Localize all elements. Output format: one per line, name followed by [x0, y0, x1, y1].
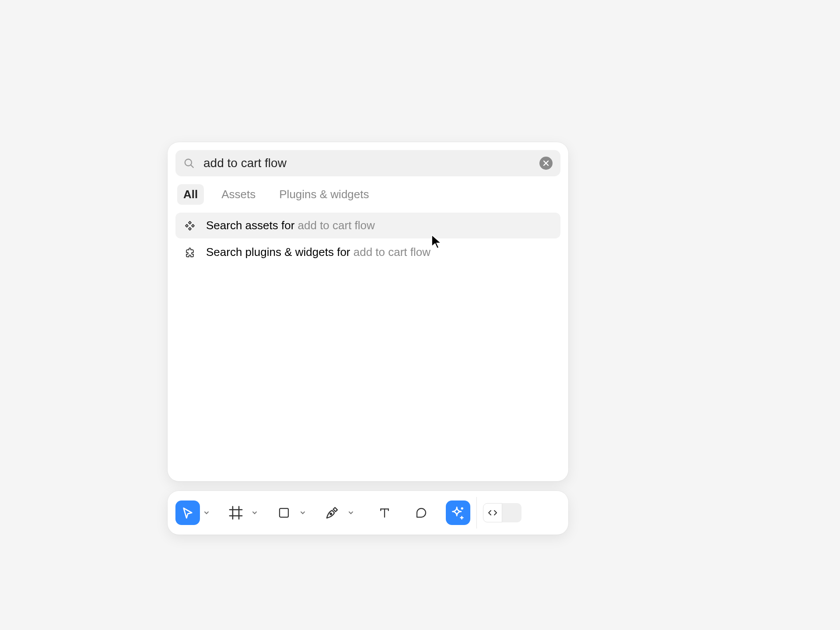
tool-shape-group [272, 500, 308, 525]
square-icon [277, 506, 290, 519]
comment-icon [415, 506, 428, 519]
actions-panel: All Assets Plugins & widgets Search asse… [168, 142, 568, 481]
result-search-assets[interactable]: Search assets for add to cart flow [175, 213, 560, 238]
filter-tabs: All Assets Plugins & widgets [175, 184, 560, 205]
tool-pen-group [320, 500, 356, 525]
dev-mode-switch[interactable] [502, 503, 522, 522]
pen-tool[interactable] [320, 500, 344, 525]
svg-point-14 [462, 508, 463, 509]
tool-move-group [175, 500, 211, 525]
move-tool-caret[interactable] [202, 500, 211, 525]
chevron-down-icon [204, 510, 209, 515]
svg-rect-8 [280, 508, 288, 517]
code-icon [487, 508, 498, 518]
actions-tool[interactable] [446, 500, 470, 525]
svg-line-1 [191, 165, 193, 167]
dev-mode-toggle[interactable] [483, 503, 522, 522]
result-query: add to cart flow [298, 219, 375, 232]
tab-assets[interactable]: Assets [215, 184, 262, 205]
dev-mode-button[interactable] [483, 503, 502, 522]
search-row [175, 150, 560, 176]
result-query: add to cart flow [354, 245, 430, 259]
toolbar [168, 491, 568, 535]
frame-icon [228, 505, 243, 520]
pen-tool-caret[interactable] [346, 500, 356, 525]
frame-tool-caret[interactable] [250, 500, 259, 525]
text-icon [378, 506, 391, 519]
result-prefix: Search plugins & widgets for [206, 245, 354, 259]
shape-tool[interactable] [272, 500, 296, 525]
svg-point-9 [330, 513, 332, 514]
chevron-down-icon [348, 510, 354, 515]
close-icon [543, 160, 549, 166]
chevron-down-icon [252, 510, 257, 515]
shape-tool-caret[interactable] [298, 500, 308, 525]
search-input[interactable] [203, 156, 539, 170]
search-results: Search assets for add to cart flow Searc… [175, 213, 560, 265]
puzzle-icon [182, 247, 197, 258]
components-icon [182, 220, 197, 231]
comment-tool[interactable] [409, 500, 434, 525]
clear-search-button[interactable] [539, 157, 553, 170]
tab-all[interactable]: All [177, 184, 204, 205]
toolbar-divider [476, 497, 477, 528]
sparkle-icon [451, 505, 466, 520]
result-search-plugins[interactable]: Search plugins & widgets for add to cart… [175, 239, 560, 265]
chevron-down-icon [300, 510, 305, 515]
frame-tool[interactable] [224, 500, 248, 525]
move-tool[interactable] [175, 500, 200, 525]
tab-plugins-widgets[interactable]: Plugins & widgets [273, 184, 375, 205]
result-text: Search assets for add to cart flow [206, 219, 375, 232]
tool-frame-group [224, 500, 259, 525]
pen-icon [325, 506, 339, 520]
result-prefix: Search assets for [206, 219, 298, 232]
cursor-icon [181, 506, 195, 520]
text-tool[interactable] [372, 500, 397, 525]
result-text: Search plugins & widgets for add to cart… [206, 245, 430, 259]
search-icon [183, 158, 195, 169]
